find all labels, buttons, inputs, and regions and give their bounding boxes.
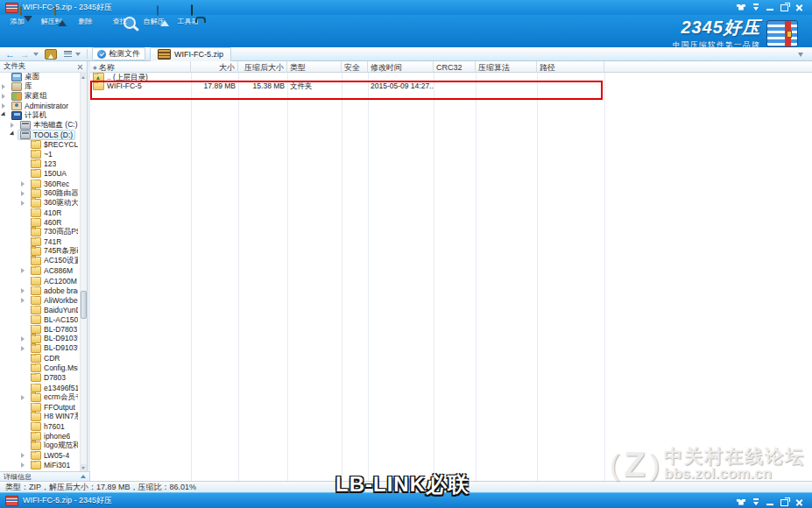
expander-icon[interactable]: [21, 462, 28, 468]
menu-dropdown-icon[interactable]: [752, 4, 759, 11]
expander-icon[interactable]: [2, 94, 9, 99]
expander-icon[interactable]: [2, 84, 9, 89]
tree-item-icon: [31, 306, 41, 314]
toolbar-button[interactable]: 自解压: [137, 16, 171, 26]
tree-item[interactable]: 360驱动大师目录: [0, 198, 81, 208]
expander-icon[interactable]: [21, 268, 28, 273]
forward-icon[interactable]: →: [20, 47, 30, 61]
tree-item[interactable]: 桌面: [0, 72, 81, 81]
zol-logo-arc: (: [610, 448, 619, 482]
sidebar-scrollbar[interactable]: [80, 72, 87, 471]
toolbar-button[interactable]: 解压到: [34, 16, 68, 26]
check-files-button[interactable]: 检测文件: [92, 47, 145, 60]
tree-item-icon: [31, 199, 41, 208]
tree-item[interactable]: CDR: [0, 354, 81, 363]
tree-item-icon: [11, 73, 22, 81]
column-header[interactable]: 修改时间: [368, 61, 434, 73]
tree-item[interactable]: MiFi301: [0, 461, 81, 470]
tree-item[interactable]: 410R: [0, 208, 81, 217]
collapse-up-icon[interactable]: [81, 472, 86, 478]
tree-item[interactable]: BL-D9103安装步骤 (: [0, 344, 81, 354]
column-header[interactable]: 压缩算法: [476, 61, 537, 73]
restore-icon[interactable]: [780, 4, 788, 11]
tree-item[interactable]: BaiduYunDownload: [0, 305, 81, 314]
column-header[interactable]: 安全: [342, 61, 368, 73]
view-list-icon[interactable]: [64, 51, 72, 58]
archive-tab[interactable]: WIFI-FC-5.zip: [150, 47, 231, 61]
zol-forum-name: 中关村在线论坛: [664, 447, 805, 466]
view-dropdown-icon[interactable]: [75, 53, 81, 59]
toolbar-button[interactable]: 添加: [0, 16, 34, 26]
expander-icon[interactable]: [21, 336, 28, 342]
details-panel-bar[interactable]: 详细信息: [0, 471, 90, 481]
expander-icon[interactable]: [21, 288, 28, 293]
expander-icon[interactable]: [2, 103, 9, 109]
tree-item[interactable]: adobe brage: [0, 286, 81, 295]
expander-icon[interactable]: [11, 123, 18, 128]
restore-icon[interactable]: [780, 499, 788, 506]
tree-item[interactable]: ~1: [0, 150, 81, 159]
tree-item[interactable]: 123: [0, 159, 81, 169]
tree-item-icon: [31, 451, 41, 460]
expander-icon[interactable]: [21, 191, 28, 196]
expander-icon[interactable]: [21, 181, 28, 187]
scroll-up-icon[interactable]: [81, 72, 87, 79]
menu-dropdown-icon[interactable]: [752, 498, 759, 505]
scroll-down-icon[interactable]: [81, 464, 87, 471]
expander-icon[interactable]: [11, 132, 18, 138]
column-header[interactable]: 压缩后大小: [238, 61, 287, 73]
expander-icon[interactable]: [21, 298, 28, 303]
tree-item[interactable]: h7601: [0, 421, 81, 431]
tree-item[interactable]: LW05-4: [0, 451, 81, 461]
tree-item[interactable]: ecrm会员专享活动模: [0, 392, 81, 402]
tree-item[interactable]: logo规范和素材: [0, 441, 81, 451]
tree-item[interactable]: 本地磁盘 (C:): [0, 120, 81, 130]
toolbar-button[interactable]: 查找: [102, 16, 137, 26]
tree-item[interactable]: Config.Msi: [0, 363, 81, 373]
tree-item-icon: [31, 228, 41, 236]
address-dropdown-icon[interactable]: [798, 53, 803, 60]
file-row[interactable]: WIFI-FC-5 17.89 MB 15.38 MB 文件夹 2015-05-…: [90, 81, 812, 90]
column-header[interactable]: 类型: [287, 61, 342, 73]
tree-item[interactable]: 730商品PSD: [0, 228, 81, 237]
close-icon[interactable]: [795, 4, 803, 11]
history-dropdown-icon[interactable]: [33, 53, 39, 59]
expander-icon[interactable]: [21, 395, 28, 400]
tree-item[interactable]: 150UA: [0, 169, 81, 179]
back-icon[interactable]: ←: [5, 47, 15, 61]
expander-icon[interactable]: [21, 453, 28, 458]
expander-icon[interactable]: [21, 201, 28, 206]
column-header[interactable]: 大小: [191, 61, 238, 73]
zol-watermark: ( Z ) 中关村在线论坛 bbs.zol.com.cn: [610, 447, 805, 482]
window-title: WIFI-FC-5.zip - 2345好压: [23, 2, 112, 13]
zol-logo-arc: ): [650, 448, 660, 482]
column-header[interactable]: ◆ 名称: [90, 61, 191, 73]
tree-item[interactable]: AliWorkbenchData: [0, 295, 81, 305]
tree-item[interactable]: AC1200M: [0, 276, 81, 286]
column-header[interactable]: CRC32: [434, 61, 476, 73]
tree-item[interactable]: AC886M: [0, 266, 81, 276]
file-row[interactable]: .. (上层目录): [90, 73, 812, 81]
skin-icon[interactable]: [737, 4, 745, 11]
tree-item[interactable]: 家庭组: [0, 91, 81, 101]
lblink-watermark: LB-LINK必联: [335, 470, 470, 498]
toolbar-button[interactable]: 删除: [68, 16, 102, 26]
tree-item[interactable]: D7803: [0, 373, 81, 383]
tree-item[interactable]: $RECYCLE.BIN: [0, 140, 81, 150]
column-header[interactable]: 路径: [537, 61, 604, 73]
scrollbar-thumb[interactable]: [81, 291, 87, 319]
minimize-icon[interactable]: [766, 504, 773, 505]
sidebar-close-icon[interactable]: [77, 64, 83, 70]
toolbar-button[interactable]: 工具箱: [171, 16, 205, 26]
tree-item[interactable]: AC150设置: [0, 257, 81, 266]
up-folder-icon[interactable]: [45, 49, 57, 60]
tree-item[interactable]: TOOLS (D:): [0, 131, 81, 140]
tree-item[interactable]: BL-AC150: [0, 314, 81, 324]
skin-icon[interactable]: [737, 499, 745, 505]
expander-icon[interactable]: [2, 113, 9, 118]
close-icon[interactable]: [795, 498, 803, 506]
grid-line: [238, 73, 239, 481]
expander-icon[interactable]: [21, 346, 28, 351]
minimize-icon[interactable]: [766, 9, 773, 11]
tree-item[interactable]: H8 WIN7系统安装流: [0, 412, 81, 421]
